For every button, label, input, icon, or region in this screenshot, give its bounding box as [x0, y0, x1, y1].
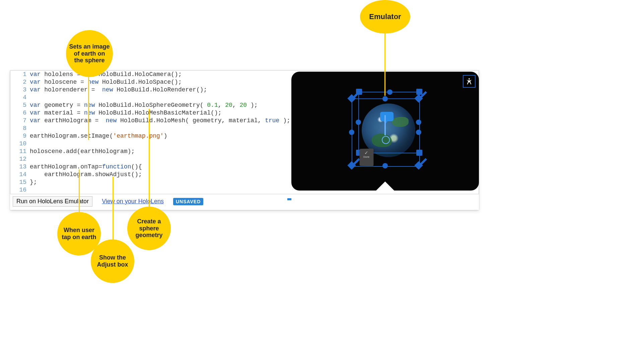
- check-icon: ✓: [360, 150, 374, 155]
- adjust-handle[interactable]: [356, 89, 362, 95]
- view-on-hololens-link[interactable]: View on your HoloLens: [102, 198, 164, 205]
- line-number: 10: [10, 140, 30, 148]
- adjust-handle[interactable]: [349, 130, 354, 135]
- callout-connector: [113, 177, 114, 240]
- cursor-side-marker: [287, 198, 291, 200]
- adjust-done-label: Done: [360, 155, 374, 158]
- code-content[interactable]: var holorenderer = new HoloBuild.HoloRen…: [30, 86, 207, 94]
- line-number: 3: [10, 86, 30, 94]
- callout-create-sphere: Create a sphere geometry: [127, 207, 171, 250]
- run-emulator-button[interactable]: Run on HoloLens Emulator: [13, 196, 92, 207]
- adjust-handle[interactable]: [387, 89, 392, 95]
- line-number: 13: [10, 163, 30, 171]
- line-number: 12: [10, 155, 30, 163]
- svg-point-0: [469, 78, 470, 80]
- code-content[interactable]: };: [30, 178, 37, 186]
- line-number: 4: [10, 94, 30, 101]
- callout-connector: [79, 169, 80, 213]
- accessibility-icon[interactable]: [463, 75, 476, 88]
- tooltip-bubble: [380, 112, 394, 121]
- callout-show-adjust: Show the Adjust box: [91, 239, 134, 283]
- line-number: 15: [10, 178, 30, 186]
- line-number: 9: [10, 132, 30, 140]
- code-content[interactable]: var holoscene = new HoloBuild.HoloSpace(…: [30, 78, 182, 86]
- line-number: 7: [10, 117, 30, 125]
- viewport-notch: [376, 181, 395, 191]
- adjust-handle[interactable]: [382, 163, 388, 168]
- line-number: 16: [10, 186, 30, 194]
- callout-set-image: Sets an image of earth on the sphere: [66, 30, 113, 77]
- callout-emulator: Emulator: [360, 0, 410, 33]
- code-content[interactable]: var earthHologram = new HoloBuild.HoloMe…: [30, 117, 290, 125]
- adjust-handle[interactable]: [356, 120, 361, 125]
- code-content[interactable]: var hololens = new HoloBuild.HoloCamera(…: [30, 71, 182, 78]
- line-number: 2: [10, 78, 30, 86]
- code-content[interactable]: earthHologram.onTap=function(){: [30, 163, 142, 171]
- adjust-handle[interactable]: [416, 120, 421, 125]
- adjust-handle[interactable]: [416, 89, 422, 95]
- line-number: 6: [10, 109, 30, 117]
- code-content[interactable]: holoscene.add(earthHologram);: [30, 148, 135, 155]
- gizmo-ring-icon: [382, 136, 390, 144]
- line-number: 1: [10, 71, 30, 78]
- gizmo-axis: [384, 115, 386, 135]
- code-content[interactable]: var material = new HoloBuild.HoloMeshBas…: [30, 109, 222, 117]
- callout-connector: [384, 32, 385, 96]
- line-number: 11: [10, 148, 30, 155]
- adjust-handle[interactable]: [416, 150, 422, 156]
- adjust-handle[interactable]: [382, 96, 388, 101]
- adjust-handle[interactable]: [416, 130, 421, 135]
- editor-toolbar: Run on HoloLens Emulator View on your Ho…: [10, 194, 479, 210]
- line-number: 5: [10, 101, 30, 109]
- callout-connector: [149, 109, 150, 208]
- line-number: 14: [10, 171, 30, 178]
- status-badge: UNSAVED: [173, 198, 203, 205]
- code-content[interactable]: earthHologram.setImage('earthmap.png'): [30, 132, 167, 140]
- adjust-done-panel[interactable]: ✓ Done: [360, 148, 374, 166]
- callout-connector: [88, 74, 89, 140]
- code-content[interactable]: var geometry = new HoloBuild.HoloSphereG…: [30, 101, 258, 109]
- line-number: 8: [10, 125, 30, 132]
- code-content[interactable]: earthHologram.showAdjust();: [30, 171, 142, 178]
